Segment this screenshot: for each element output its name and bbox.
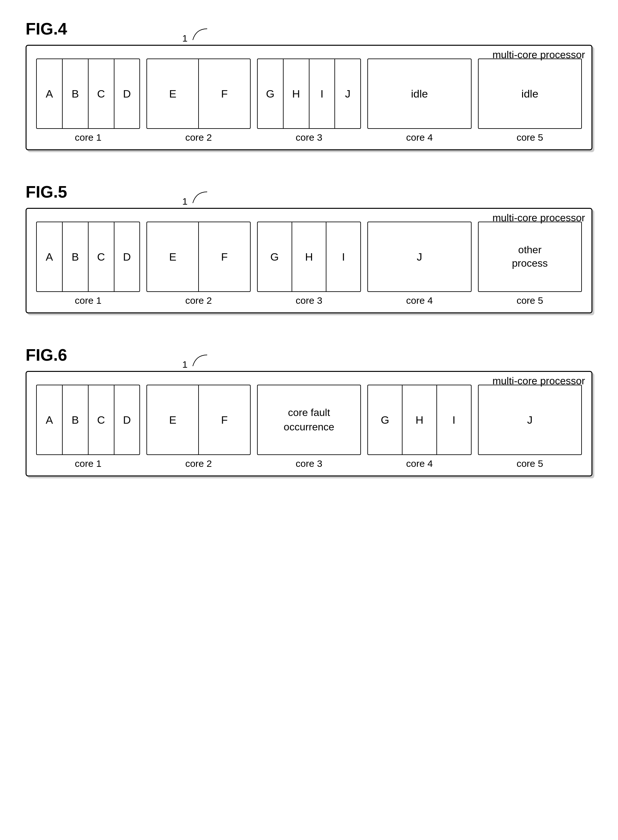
fig6-core1-threads: A B C D (37, 385, 140, 454)
fig4-core4-box: idle (367, 58, 471, 129)
fig6-core4-box: G H I (367, 385, 471, 455)
fig5-core1-wrapper: A B C D core 1 (36, 222, 140, 306)
fig4-core4-wrapper: idle core 4 (367, 58, 471, 143)
fig5-section: FIG.5 1 multi-core processor A B C D (25, 182, 593, 313)
fig6-core1-label: core 1 (75, 458, 101, 469)
thread-I: I (309, 59, 336, 128)
fig6-thread-B: B (63, 385, 89, 454)
fig4-core4-idle: idle (411, 88, 428, 100)
fig5-core4-label: core 4 (406, 295, 432, 306)
thread-F: F (199, 59, 250, 128)
fig6-core5-label: core 5 (517, 458, 543, 469)
fig4-cores-row: A B C D core 1 E F (36, 58, 582, 143)
fig4-core5-idle: idle (521, 88, 538, 100)
fig4-core3-wrapper: G H I J core 3 (257, 58, 361, 143)
fig6-thread-G: G (368, 385, 403, 454)
fig5-ref-number: 1 (182, 196, 188, 207)
fig5-thread-H: H (292, 222, 327, 291)
thread-C: C (89, 59, 114, 128)
fig6-core-fault: core faultoccurrence (284, 406, 334, 434)
fig5-core2-label: core 2 (185, 295, 212, 306)
fig4-core1-wrapper: A B C D core 1 (36, 58, 140, 143)
fig6-thread-H: H (403, 385, 437, 454)
fig5-core3-threads: G H I (258, 222, 360, 291)
fig6-core2-box: E F (146, 385, 250, 455)
fig6-ref-number: 1 (182, 359, 188, 370)
fig5-thread-F: F (199, 222, 250, 291)
thread-H: H (284, 59, 309, 128)
fig5-core5-wrapper: otherprocess core 5 (478, 222, 582, 306)
thread-A: A (37, 59, 63, 128)
fig6-label: FIG.6 (25, 345, 593, 364)
fig5-core3-box: G H I (257, 222, 361, 292)
fig6-thread-A: A (37, 385, 63, 454)
fig5-cores-row: A B C D core 1 E F (36, 222, 582, 306)
fig5-core1-threads: A B C D (37, 222, 140, 291)
fig6-core2-threads: E F (147, 385, 250, 454)
fig4-label: FIG.4 (25, 19, 593, 39)
fig4-core5-label: core 5 (517, 132, 543, 143)
fig6-core2-wrapper: E F core 2 (146, 385, 250, 469)
fig6-core4-label: core 4 (406, 458, 432, 469)
fig6-thread-E: E (147, 385, 199, 454)
fig6-processor-box: multi-core processor A B C D core 1 (25, 371, 593, 476)
fig5-thread-E: E (147, 222, 199, 291)
fig5-core3-wrapper: G H I core 3 (257, 222, 361, 306)
fig6-thread-C: C (89, 385, 114, 454)
fig5-thread-C: C (89, 222, 114, 291)
fig6-core1-box: A B C D (36, 385, 140, 455)
fig6-core4-wrapper: G H I core 4 (367, 385, 471, 469)
fig5-core5-label: core 5 (517, 295, 543, 306)
fig4-ref-number: 1 (182, 33, 188, 44)
fig4-core3-box: G H I J (257, 58, 361, 129)
fig6-core5-wrapper: J core 5 (478, 385, 582, 469)
fig4-core2-wrapper: E F core 2 (146, 58, 250, 143)
fig5-processor-box: multi-core processor A B C D core 1 (25, 208, 593, 313)
fig6-core1-wrapper: A B C D core 1 (36, 385, 140, 469)
fig6-core4-threads: G H I (368, 385, 471, 454)
fig4-core1-label: core 1 (75, 132, 101, 143)
fig4-core1-box: A B C D (36, 58, 140, 129)
fig6-core3-wrapper: core faultoccurrence core 3 (257, 385, 361, 469)
fig4-core4-label: core 4 (406, 132, 432, 143)
fig6-thread-J: J (527, 414, 533, 426)
fig4-section: FIG.4 1 multi-core processor A B C D (25, 19, 593, 150)
fig6-core3-box: core faultoccurrence (257, 385, 361, 455)
fig5-thread-A: A (37, 222, 63, 291)
fig5-thread-G: G (258, 222, 292, 291)
fig5-core1-label: core 1 (75, 295, 101, 306)
fig4-processor-box: multi-core processor A B C D core 1 (25, 45, 593, 150)
fig6-thread-F: F (199, 385, 250, 454)
fig4-core5-wrapper: idle core 5 (478, 58, 582, 143)
fig6-core5-box: J (478, 385, 582, 455)
fig5-thread-I: I (327, 222, 360, 291)
fig6-core3-label: core 3 (296, 458, 322, 469)
fig5-core2-threads: E F (147, 222, 250, 291)
fig5-core4-wrapper: J core 4 (367, 222, 471, 306)
fig4-core5-box: idle (478, 58, 582, 129)
fig5-core3-label: core 3 (296, 295, 322, 306)
fig5-thread-B: B (63, 222, 89, 291)
fig5-label: FIG.5 (25, 182, 593, 201)
fig6-thread-D: D (114, 385, 140, 454)
fig6-core2-label: core 2 (185, 458, 212, 469)
thread-J: J (335, 59, 360, 128)
fig5-core4-box: J (367, 222, 471, 292)
fig4-core3-label: core 3 (296, 132, 322, 143)
thread-B: B (63, 59, 89, 128)
fig5-thread-J: J (417, 251, 422, 263)
fig4-core3-threads: G H I J (258, 59, 360, 128)
thread-E: E (147, 59, 199, 128)
fig4-core1-threads: A B C D (37, 59, 140, 128)
fig5-core2-box: E F (146, 222, 250, 292)
fig6-cores-row: A B C D core 1 E F (36, 385, 582, 469)
fig5-core5-box: otherprocess (478, 222, 582, 292)
fig4-core2-label: core 2 (185, 132, 212, 143)
thread-D: D (114, 59, 140, 128)
fig4-core2-box: E F (146, 58, 250, 129)
fig5-ref: 1 (182, 190, 209, 207)
fig5-other-process: otherprocess (512, 243, 548, 270)
fig5-core1-box: A B C D (36, 222, 140, 292)
fig5-core2-wrapper: E F core 2 (146, 222, 250, 306)
fig6-ref: 1 (182, 353, 209, 370)
